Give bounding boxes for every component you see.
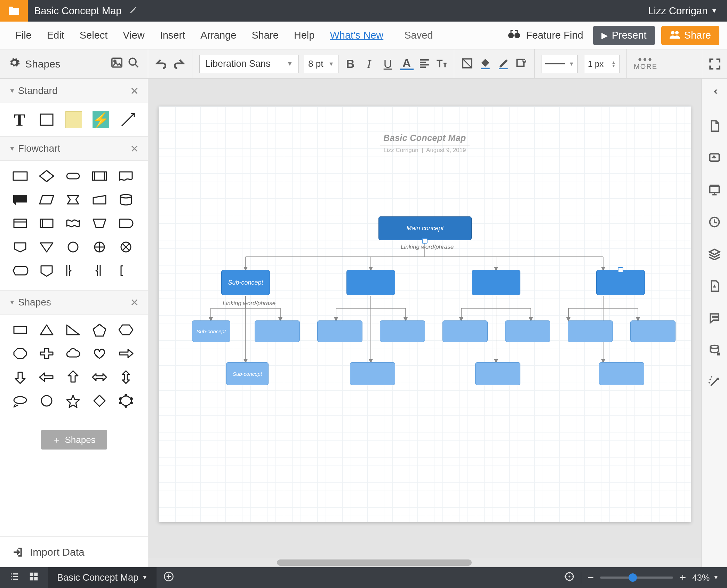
- zoom-out-button[interactable]: −: [588, 571, 594, 584]
- sh-triangle[interactable]: [35, 320, 58, 340]
- section-shapes-header[interactable]: ▼Shapes ✕: [0, 290, 148, 315]
- canvas-area[interactable]: Basic Concept Map Lizz Corrigan | August…: [148, 79, 701, 567]
- node-sub1-d[interactable]: [596, 270, 645, 295]
- connector-handle[interactable]: [618, 267, 623, 273]
- fc-manual-op[interactable]: [88, 214, 111, 233]
- history-icon[interactable]: [708, 216, 721, 230]
- fc-merge[interactable]: [35, 237, 58, 257]
- font-family-select[interactable]: Liberation Sans ▼: [199, 55, 299, 73]
- sh-cross[interactable]: [35, 344, 58, 363]
- fc-offpage[interactable]: [62, 190, 84, 209]
- fc-internal-storage[interactable]: [9, 214, 31, 233]
- node-sub2-c2[interactable]: [505, 320, 550, 342]
- sh-diamond[interactable]: [88, 391, 111, 411]
- fc-tape[interactable]: [62, 214, 84, 233]
- sticky-note-tool[interactable]: [63, 109, 84, 130]
- close-icon[interactable]: ✕: [130, 85, 139, 97]
- menu-view[interactable]: View: [115, 30, 152, 41]
- master-page-icon[interactable]: [708, 280, 721, 294]
- sh-star[interactable]: [62, 391, 84, 411]
- node-sub3-b[interactable]: [350, 362, 395, 385]
- fc-offpage2[interactable]: [35, 261, 58, 280]
- close-icon[interactable]: ✕: [130, 143, 139, 155]
- magic-icon[interactable]: [708, 376, 721, 390]
- node-sub1-c[interactable]: [472, 270, 520, 295]
- sh-cloud[interactable]: [62, 344, 84, 363]
- node-sub2-a1[interactable]: Sub-concept: [192, 320, 230, 342]
- sh-polygon[interactable]: [115, 391, 137, 411]
- node-sub2-a2[interactable]: [255, 320, 300, 342]
- node-sub3-d[interactable]: [599, 362, 644, 385]
- section-standard-header[interactable]: ▼Standard ✕: [0, 79, 148, 103]
- gear-icon[interactable]: [8, 57, 20, 71]
- page-icon[interactable]: [708, 120, 721, 134]
- node-sub2-d2[interactable]: [630, 320, 676, 342]
- presentation-icon[interactable]: [708, 184, 721, 198]
- present-button[interactable]: ▶ Present: [593, 26, 655, 45]
- sh-arrow-ud[interactable]: [115, 367, 137, 387]
- node-sub2-d1[interactable]: [568, 320, 613, 342]
- text-size-icon[interactable]: [435, 57, 447, 71]
- scrollbar-thumb[interactable]: [277, 559, 472, 566]
- menu-help[interactable]: Help: [286, 30, 322, 41]
- share-button[interactable]: Share: [661, 26, 719, 45]
- fc-brace-right[interactable]: [62, 261, 84, 280]
- menu-arrange[interactable]: Arrange: [193, 30, 244, 41]
- document-page[interactable]: Basic Concept Map Lizz Corrigan | August…: [159, 106, 691, 522]
- bold-button[interactable]: B: [343, 57, 357, 71]
- fc-summing[interactable]: [88, 237, 111, 257]
- data-icon[interactable]: [708, 344, 721, 358]
- import-data-button[interactable]: Import Data: [0, 537, 148, 567]
- sh-octagon[interactable]: [9, 344, 31, 363]
- sh-callout[interactable]: [9, 391, 31, 411]
- fc-process[interactable]: [9, 166, 31, 186]
- rect-tool[interactable]: [36, 109, 57, 130]
- node-sub3-a[interactable]: Sub-concept: [226, 362, 269, 385]
- sh-right-triangle[interactable]: [62, 320, 84, 340]
- sh-arrow-left[interactable]: [35, 367, 58, 387]
- menu-file[interactable]: File: [8, 30, 39, 41]
- fc-delay[interactable]: [115, 214, 137, 233]
- node-sub1-a[interactable]: Sub-concept: [221, 270, 270, 295]
- horizontal-scrollbar[interactable]: [148, 558, 701, 567]
- font-size-select[interactable]: 8 pt ▼: [304, 55, 338, 73]
- zoom-percent[interactable]: 43% ▼: [692, 573, 719, 583]
- fc-brace-left[interactable]: [88, 261, 111, 280]
- zoom-slider[interactable]: [600, 577, 673, 579]
- line-style-select[interactable]: ▼: [542, 55, 578, 73]
- target-icon[interactable]: [564, 571, 575, 584]
- fc-or[interactable]: [115, 237, 137, 257]
- connector-handle[interactable]: [422, 238, 428, 244]
- fullscreen-button[interactable]: [702, 49, 727, 78]
- fill-color-icon[interactable]: [479, 57, 491, 71]
- node-main-concept[interactable]: Main concept: [378, 216, 472, 240]
- comment-icon[interactable]: [708, 152, 721, 166]
- add-page-button[interactable]: [163, 571, 174, 584]
- node-sub2-c1[interactable]: [442, 320, 488, 342]
- fc-connector[interactable]: [62, 237, 84, 257]
- grid-view-icon[interactable]: [29, 571, 39, 584]
- fc-data[interactable]: [35, 190, 58, 209]
- arrow-tool[interactable]: [118, 109, 138, 130]
- undo-icon[interactable]: [155, 57, 167, 71]
- sh-rect[interactable]: [9, 320, 31, 340]
- node-sub2-b2[interactable]: [380, 320, 425, 342]
- page-tab[interactable]: Basic Concept Map ▼: [48, 567, 157, 588]
- layers-icon[interactable]: [708, 248, 721, 262]
- folder-icon[interactable]: [0, 0, 28, 22]
- close-icon[interactable]: ✕: [130, 296, 139, 309]
- sh-arrow-right[interactable]: [115, 344, 137, 363]
- search-icon[interactable]: [128, 57, 139, 71]
- more-shapes-button[interactable]: ＋ Shapes: [41, 430, 107, 450]
- node-sub1-b[interactable]: [346, 270, 395, 295]
- fc-manual-input[interactable]: [88, 190, 111, 209]
- text-color-button[interactable]: A: [400, 58, 414, 70]
- redo-icon[interactable]: [173, 57, 185, 71]
- chat-icon[interactable]: [708, 312, 721, 326]
- zoom-in-button[interactable]: +: [679, 571, 686, 584]
- fc-bracket[interactable]: [115, 261, 137, 280]
- collapse-dock-icon[interactable]: ‹‹: [714, 85, 715, 97]
- node-sub2-b1[interactable]: [317, 320, 362, 342]
- italic-button[interactable]: I: [362, 57, 376, 71]
- sh-arrow-down2[interactable]: [9, 367, 31, 387]
